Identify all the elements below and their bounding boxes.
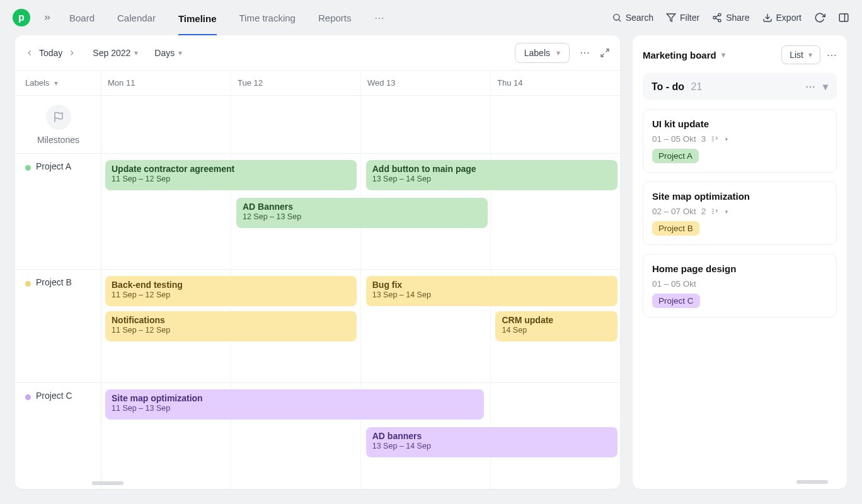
nav-board[interactable]: Board <box>69 9 95 27</box>
svg-rect-9 <box>839 14 848 21</box>
project-color-dot <box>25 281 31 287</box>
task-bar[interactable]: Site map optimization 11 Sep – 13 Sep <box>105 389 484 420</box>
board-select[interactable]: Marketing board ▾ <box>643 50 725 60</box>
nav-calendar[interactable]: Calendar <box>117 9 156 27</box>
filter-button[interactable]: Filter <box>666 13 699 23</box>
chevron-down-icon: ▾ <box>808 50 812 59</box>
svg-line-1 <box>619 20 621 21</box>
svg-line-7 <box>716 15 719 17</box>
task-title: Bug fix <box>372 280 611 290</box>
task-card[interactable]: UI kit update 01 – 05 Okt 3 Project A <box>643 109 837 173</box>
filter-label: Filter <box>680 13 699 23</box>
fullscreen-button[interactable] <box>600 48 610 58</box>
nav-timetracking[interactable]: Time tracking <box>239 9 296 27</box>
day-header: Thu 14 <box>491 71 620 95</box>
svg-line-12 <box>601 54 604 57</box>
task-dates: 13 Sep – 14 Sep <box>372 442 611 450</box>
labels-column-header[interactable]: Labels ▾ <box>15 71 101 95</box>
card-project-tag: Project C <box>652 294 700 308</box>
task-bar[interactable]: Bug fix 13 Sep – 14 Sep <box>366 276 618 306</box>
task-title: CRM update <box>502 315 611 325</box>
share-label: Share <box>726 13 749 23</box>
task-title: Notifications <box>112 315 350 325</box>
task-dates: 13 Sep – 14 Sep <box>372 290 611 299</box>
nav-reports[interactable]: Reports <box>318 9 352 27</box>
nav-timeline[interactable]: Timeline <box>178 9 217 36</box>
card-title: UI kit update <box>652 118 827 129</box>
sidebar-expand-icon[interactable] <box>43 13 52 22</box>
svg-point-3 <box>718 13 721 16</box>
view-list-select[interactable]: List ▾ <box>781 45 820 64</box>
group-collapse-icon[interactable]: ▾ <box>823 81 828 93</box>
day-header: Tue 12 <box>231 71 361 95</box>
horizontal-scrollbar[interactable] <box>92 481 124 485</box>
card-dates: 01 – 05 Okt <box>652 134 696 144</box>
app-logo[interactable]: p <box>13 9 30 26</box>
svg-line-6 <box>716 18 719 20</box>
svg-marker-2 <box>667 14 675 21</box>
task-bar[interactable]: AD banners 13 Sep – 14 Sep <box>366 427 618 457</box>
task-title: AD banners <box>372 431 611 441</box>
card-subtask-count: 2 <box>701 207 706 216</box>
panel-toggle-button[interactable] <box>838 12 849 23</box>
labels-dropdown-label: Labels <box>524 48 550 58</box>
side-horizontal-scrollbar[interactable] <box>796 480 828 484</box>
task-bar[interactable]: Add button to main page 13 Sep – 14 Sep <box>366 160 618 190</box>
group-count: 21 <box>691 81 703 92</box>
task-dates: 11 Sep – 12 Sep <box>112 290 350 299</box>
task-card[interactable]: Site map optimization 02 – 07 Okt 2 Proj… <box>643 181 837 245</box>
month-select[interactable]: Sep 2022 ▾ <box>93 48 138 58</box>
labels-dropdown[interactable]: Labels ▾ <box>515 43 570 63</box>
day-header: Mon 11 <box>101 71 231 95</box>
next-period-button[interactable] <box>67 49 76 57</box>
task-title: AD Banners <box>243 202 481 212</box>
flag-icon <box>46 105 71 130</box>
search-button[interactable]: Search <box>612 13 653 23</box>
group-more-icon[interactable]: ⋯ <box>805 81 815 93</box>
task-bar[interactable]: AD Banners 12 Sep – 13 Sep <box>236 198 488 228</box>
side-panel: Marketing board ▾ List ▾ ⋯ To - do 21 ⋯ … <box>633 35 847 489</box>
granularity-select[interactable]: Days ▾ <box>154 48 182 58</box>
task-dates: 13 Sep – 14 Sep <box>372 175 611 183</box>
task-bar[interactable]: CRM update 14 Sep <box>495 311 617 341</box>
task-title: Update contractor agreement <box>112 164 350 174</box>
month-label: Sep 2022 <box>93 48 130 58</box>
timeline-panel: Today Sep 2022 ▾ Days ▾ Labels ▾ ⋯ <box>15 35 620 489</box>
svg-point-5 <box>718 20 721 22</box>
share-button[interactable]: Share <box>712 13 749 23</box>
project-b-label: Project B <box>36 277 72 287</box>
labels-column-label: Labels <box>25 78 49 88</box>
project-a-label: Project A <box>36 161 71 171</box>
group-header[interactable]: To - do 21 ⋯ ▾ <box>643 73 837 100</box>
task-card[interactable]: Home page design 01 – 05 Okt Project C <box>643 254 837 318</box>
nav-more-icon[interactable]: ⋯ <box>374 12 384 24</box>
refresh-button[interactable] <box>814 12 825 23</box>
search-label: Search <box>626 13 653 23</box>
subtasks-icon <box>711 207 719 215</box>
granularity-label: Days <box>154 48 175 58</box>
card-dates: 01 – 05 Okt <box>652 279 696 289</box>
card-title: Home page design <box>652 263 827 274</box>
task-bar[interactable]: Notifications 11 Sep – 12 Sep <box>105 311 357 341</box>
chevron-down-icon: ▾ <box>54 79 58 88</box>
project-color-dot <box>25 165 31 171</box>
card-subtask-count: 3 <box>701 134 706 144</box>
task-dates: 11 Sep – 13 Sep <box>112 404 478 413</box>
card-project-tag: Project A <box>652 149 699 163</box>
prev-period-button[interactable] <box>25 49 34 57</box>
svg-point-0 <box>613 14 619 20</box>
task-bar[interactable]: Back-end testing 11 Sep – 12 Sep <box>105 276 357 306</box>
export-label: Export <box>776 13 802 23</box>
task-title: Add button to main page <box>372 164 611 174</box>
more-options-button[interactable]: ⋯ <box>580 47 590 59</box>
export-button[interactable]: Export <box>762 13 802 23</box>
svg-line-11 <box>606 49 609 52</box>
today-button[interactable]: Today <box>39 48 62 58</box>
view-list-label: List <box>790 50 803 60</box>
task-dates: 14 Sep <box>502 326 611 335</box>
task-bar[interactable]: Update contractor agreement 11 Sep – 12 … <box>105 160 357 190</box>
subtasks-icon <box>711 135 719 143</box>
chevron-down-icon: ▾ <box>556 49 560 57</box>
svg-point-4 <box>713 16 716 19</box>
side-more-button[interactable]: ⋯ <box>827 49 837 61</box>
